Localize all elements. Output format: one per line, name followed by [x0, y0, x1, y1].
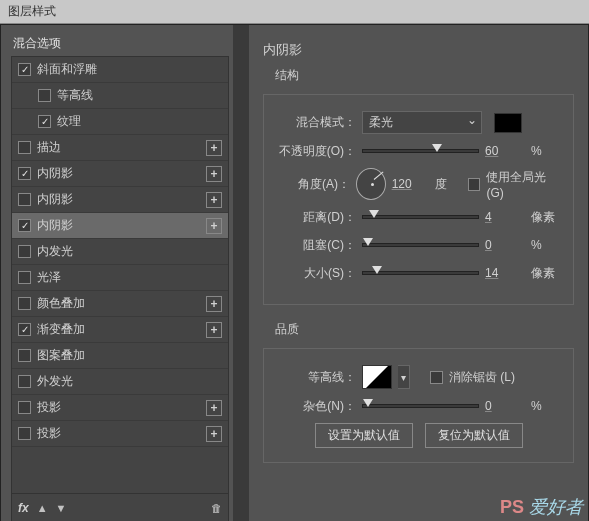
- effect-item[interactable]: 内阴影+: [12, 161, 228, 187]
- quality-title: 品质: [275, 321, 574, 338]
- add-effect-icon[interactable]: +: [206, 296, 222, 312]
- add-effect-icon[interactable]: +: [206, 192, 222, 208]
- effect-item[interactable]: 光泽: [12, 265, 228, 291]
- distance-unit: 像素: [531, 209, 561, 226]
- trash-icon[interactable]: 🗑: [211, 502, 222, 514]
- effect-checkbox[interactable]: [18, 245, 31, 258]
- settings-panel: 内阴影 结构 混合模式： 柔光 不透明度(O)： 60 % 角度(A)： 120…: [249, 25, 588, 521]
- effect-checkbox[interactable]: [18, 375, 31, 388]
- noise-slider[interactable]: [362, 404, 479, 408]
- choke-unit: %: [531, 238, 561, 252]
- effect-checkbox[interactable]: [18, 63, 31, 76]
- effect-footer: fx ▲ ▼ 🗑: [11, 494, 229, 521]
- effect-item[interactable]: 投影+: [12, 421, 228, 447]
- effect-checkbox[interactable]: [18, 167, 31, 180]
- effect-checkbox[interactable]: [18, 427, 31, 440]
- angle-value[interactable]: 120: [392, 177, 429, 191]
- effect-item[interactable]: 投影+: [12, 395, 228, 421]
- effect-label: 投影: [37, 399, 200, 416]
- effect-item[interactable]: 图案叠加: [12, 343, 228, 369]
- effect-label: 内阴影: [37, 191, 200, 208]
- size-label: 大小(S)：: [276, 265, 356, 282]
- effect-label: 内发光: [37, 243, 222, 260]
- contour-dropdown[interactable]: ▾: [398, 365, 410, 389]
- noise-row: 杂色(N)： 0 %: [276, 395, 561, 417]
- effect-label: 纹理: [57, 113, 222, 130]
- opacity-value[interactable]: 60: [485, 144, 525, 158]
- effect-label: 内阴影: [37, 165, 200, 182]
- effect-label: 渐变叠加: [37, 321, 200, 338]
- size-unit: 像素: [531, 265, 561, 282]
- effect-checkbox[interactable]: [18, 193, 31, 206]
- effect-item[interactable]: 内阴影+: [12, 213, 228, 239]
- effect-checkbox[interactable]: [18, 141, 31, 154]
- antialias-checkbox[interactable]: [430, 371, 443, 384]
- effect-checkbox[interactable]: [38, 115, 51, 128]
- window-titlebar: 图层样式: [0, 0, 589, 24]
- reset-default-button[interactable]: 复位为默认值: [425, 423, 523, 448]
- choke-label: 阻塞(C)：: [276, 237, 356, 254]
- scrollbar[interactable]: [233, 25, 249, 521]
- add-effect-icon[interactable]: +: [206, 426, 222, 442]
- angle-row: 角度(A)： 120 度 使用全局光 (G): [276, 168, 561, 200]
- add-effect-icon[interactable]: +: [206, 166, 222, 182]
- effect-checkbox[interactable]: [18, 271, 31, 284]
- blending-options-label[interactable]: 混合选项: [11, 35, 229, 52]
- choke-value[interactable]: 0: [485, 238, 525, 252]
- fx-icon[interactable]: fx: [18, 501, 29, 515]
- contour-thumb[interactable]: [362, 365, 392, 389]
- quality-group: 等高线： ▾ 消除锯齿 (L) 杂色(N)： 0 % 设置为默认值 复位为默认值: [263, 348, 574, 463]
- effect-label: 投影: [37, 425, 200, 442]
- effect-checkbox[interactable]: [18, 297, 31, 310]
- effect-item[interactable]: 描边+: [12, 135, 228, 161]
- add-effect-icon[interactable]: +: [206, 322, 222, 338]
- angle-label: 角度(A)：: [276, 176, 350, 193]
- effect-item[interactable]: 等高线: [12, 83, 228, 109]
- opacity-row: 不透明度(O)： 60 %: [276, 140, 561, 162]
- effect-checkbox[interactable]: [18, 401, 31, 414]
- make-default-button[interactable]: 设置为默认值: [315, 423, 413, 448]
- window-title: 图层样式: [8, 4, 56, 18]
- size-value[interactable]: 14: [485, 266, 525, 280]
- effect-label: 等高线: [57, 87, 222, 104]
- effect-checkbox[interactable]: [18, 349, 31, 362]
- effect-item[interactable]: 斜面和浮雕: [12, 57, 228, 83]
- effect-checkbox[interactable]: [38, 89, 51, 102]
- distance-value[interactable]: 4: [485, 210, 525, 224]
- panel-title: 内阴影: [263, 41, 574, 59]
- add-effect-icon[interactable]: +: [206, 218, 222, 234]
- effect-item[interactable]: 纹理: [12, 109, 228, 135]
- dialog-body: 混合选项 斜面和浮雕等高线纹理描边+内阴影+内阴影+内阴影+内发光光泽颜色叠加+…: [0, 24, 589, 521]
- color-swatch[interactable]: [494, 113, 522, 133]
- opacity-unit: %: [531, 144, 561, 158]
- arrow-down-icon[interactable]: ▼: [56, 502, 67, 514]
- opacity-label: 不透明度(O)：: [276, 143, 356, 160]
- effect-label: 图案叠加: [37, 347, 222, 364]
- effect-list: 斜面和浮雕等高线纹理描边+内阴影+内阴影+内阴影+内发光光泽颜色叠加+渐变叠加+…: [11, 56, 229, 494]
- blend-mode-label: 混合模式：: [276, 114, 356, 131]
- effect-checkbox[interactable]: [18, 219, 31, 232]
- angle-dial[interactable]: [356, 168, 386, 200]
- structure-title: 结构: [275, 67, 574, 84]
- add-effect-icon[interactable]: +: [206, 140, 222, 156]
- effect-item[interactable]: 颜色叠加+: [12, 291, 228, 317]
- noise-value[interactable]: 0: [485, 399, 525, 413]
- add-effect-icon[interactable]: +: [206, 400, 222, 416]
- arrow-up-icon[interactable]: ▲: [37, 502, 48, 514]
- choke-slider[interactable]: [362, 243, 479, 247]
- effect-item[interactable]: 外发光: [12, 369, 228, 395]
- global-light-checkbox[interactable]: [468, 178, 480, 191]
- size-slider[interactable]: [362, 271, 479, 275]
- blend-mode-select[interactable]: 柔光: [362, 111, 482, 134]
- distance-slider[interactable]: [362, 215, 479, 219]
- opacity-slider[interactable]: [362, 149, 479, 153]
- effect-label: 斜面和浮雕: [37, 61, 222, 78]
- effect-item[interactable]: 渐变叠加+: [12, 317, 228, 343]
- effect-label: 光泽: [37, 269, 222, 286]
- effect-item[interactable]: 内发光: [12, 239, 228, 265]
- blend-mode-row: 混合模式： 柔光: [276, 111, 561, 134]
- contour-row: 等高线： ▾ 消除锯齿 (L): [276, 365, 561, 389]
- effect-checkbox[interactable]: [18, 323, 31, 336]
- effects-panel: 混合选项 斜面和浮雕等高线纹理描边+内阴影+内阴影+内阴影+内发光光泽颜色叠加+…: [1, 25, 233, 521]
- effect-item[interactable]: 内阴影+: [12, 187, 228, 213]
